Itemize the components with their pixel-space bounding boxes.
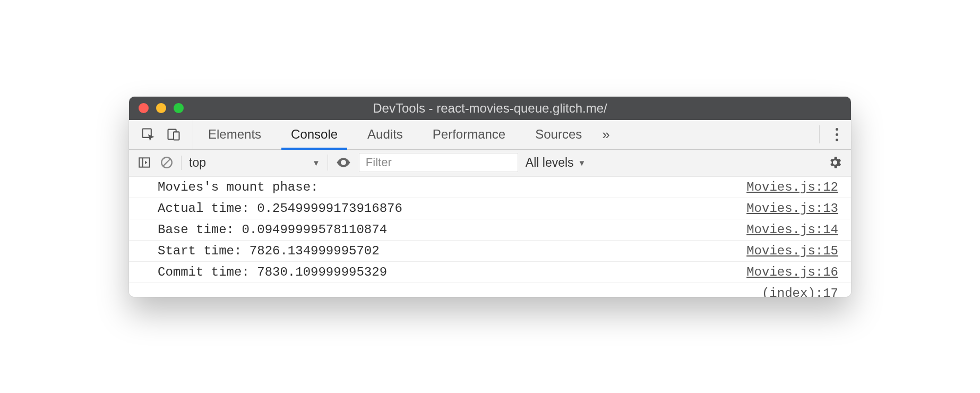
svg-point-7	[342, 161, 345, 164]
console-message: Start time: 7826.134999995702	[158, 244, 380, 258]
console-source-link[interactable]: Movies.js:14	[746, 223, 838, 237]
execution-context-select[interactable]: top ▼	[181, 156, 320, 170]
more-options-icon[interactable]	[831, 125, 843, 144]
console-row: Movies's mount phase: Movies.js:12	[129, 176, 851, 198]
filter-placeholder: Filter	[366, 156, 392, 169]
console-source-link[interactable]: Movies.js:15	[746, 244, 838, 258]
tab-console[interactable]: Console	[276, 120, 353, 149]
console-output: Movies's mount phase: Movies.js:12 Actua…	[129, 176, 851, 297]
minimize-window-button[interactable]	[156, 103, 166, 113]
inspect-element-icon[interactable]	[141, 127, 156, 142]
devtools-tabbar: Elements Console Audits Performance Sour…	[129, 120, 851, 150]
log-levels-select[interactable]: All levels ▼	[526, 156, 586, 170]
tab-audits[interactable]: Audits	[353, 120, 418, 149]
console-source-link[interactable]: Movies.js:16	[746, 265, 838, 279]
console-row: Actual time: 0.25499999173916876 Movies.…	[129, 198, 851, 219]
zoom-window-button[interactable]	[174, 103, 184, 113]
window-title: DevTools - react-movies-queue.glitch.me/	[129, 101, 851, 116]
console-toolbar: top ▼ Filter All levels ▼	[129, 150, 851, 176]
device-toolbar-icon[interactable]	[166, 127, 181, 142]
execution-context-label: top	[189, 156, 206, 170]
console-message: Commit time: 7830.109999995329	[158, 265, 387, 279]
tab-sources[interactable]: Sources	[520, 120, 597, 149]
dropdown-triangle-icon: ▼	[578, 158, 586, 167]
tab-elements[interactable]: Elements	[193, 120, 276, 149]
svg-rect-3	[139, 158, 150, 167]
console-message: Movies's mount phase:	[158, 180, 318, 194]
divider	[819, 125, 820, 143]
console-source-link[interactable]: (index):17	[762, 286, 838, 297]
dropdown-triangle-icon: ▼	[312, 158, 320, 167]
svg-line-6	[164, 159, 170, 166]
live-expression-icon[interactable]	[328, 155, 351, 170]
console-row: Commit time: 7830.109999995329 Movies.js…	[129, 262, 851, 283]
clear-console-icon[interactable]	[160, 156, 174, 169]
traffic-lights	[129, 103, 184, 113]
filter-input[interactable]: Filter	[359, 153, 518, 172]
console-settings-icon[interactable]	[828, 155, 843, 170]
console-row: Base time: 0.09499999578110874 Movies.js…	[129, 219, 851, 241]
console-message: Base time: 0.09499999578110874	[158, 223, 387, 237]
close-window-button[interactable]	[139, 103, 149, 113]
devtools-window: DevTools - react-movies-queue.glitch.me/…	[129, 97, 851, 297]
console-row: Start time: 7826.134999995702 Movies.js:…	[129, 241, 851, 262]
svg-rect-2	[174, 132, 179, 140]
tabs-overflow-button[interactable]: »	[597, 120, 615, 149]
tab-performance[interactable]: Performance	[418, 120, 520, 149]
console-source-link[interactable]: Movies.js:13	[746, 201, 838, 216]
console-source-link[interactable]: Movies.js:12	[746, 180, 838, 194]
titlebar: DevTools - react-movies-queue.glitch.me/	[129, 97, 851, 120]
toggle-sidebar-icon[interactable]	[137, 156, 151, 169]
console-row: (index):17	[129, 283, 851, 297]
log-levels-label: All levels	[526, 156, 574, 170]
console-message: Actual time: 0.25499999173916876	[158, 201, 402, 216]
